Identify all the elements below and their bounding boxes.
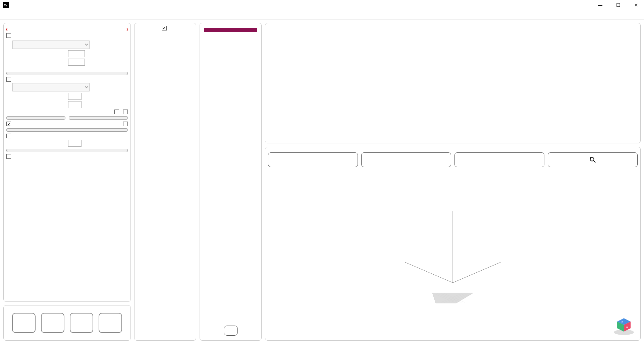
ml-panel: B R (265, 147, 641, 341)
show-on-pcp-button[interactable] (69, 116, 128, 120)
uml-checkbox[interactable] (6, 77, 11, 82)
ml-3d-viewport[interactable] (265, 167, 640, 337)
run-pcp-button[interactable] (6, 72, 128, 75)
show-all-button[interactable] (454, 152, 544, 167)
control-panel (3, 23, 131, 302)
generations-checkbox[interactable] (6, 134, 11, 138)
svg-text:B: B (622, 321, 623, 324)
maximize-button[interactable]: ☐ (613, 2, 623, 8)
pcp-chart-panel (265, 23, 641, 143)
num-clusters-input[interactable] (68, 101, 82, 108)
uml-algo-select[interactable] (12, 83, 90, 91)
show-3d-button[interactable] (268, 152, 358, 167)
uml-run-button[interactable] (6, 116, 65, 120)
view-cube-icon[interactable]: B R (612, 316, 636, 336)
app-logo-icon: W (3, 2, 9, 8)
pareto-solutions-checkbox[interactable] (6, 122, 11, 126)
svg-text:R: R (626, 326, 628, 329)
analysis-method-select[interactable] (12, 41, 90, 49)
clear-button[interactable] (70, 313, 93, 333)
close-button[interactable]: ✕ (631, 2, 641, 8)
null-pool-checkbox[interactable] (6, 154, 11, 159)
window-controls: — ☐ ✕ (595, 2, 641, 8)
pareto-all-checkbox[interactable] (123, 110, 128, 114)
pareto-front-panel (134, 23, 196, 341)
export-list-panel (200, 23, 262, 341)
show-pareto-button[interactable] (6, 128, 128, 132)
titlebar: W — ☐ ✕ (0, 0, 644, 10)
add-button[interactable] (41, 313, 64, 333)
fitness-objective-input[interactable] (68, 50, 85, 57)
export-list (203, 34, 259, 326)
svg-marker-6 (432, 293, 473, 303)
gen-to-cluster-input[interactable] (68, 93, 82, 100)
bottom-actions-panel (3, 305, 131, 341)
stop-export-button[interactable] (224, 326, 238, 336)
show-generation-button[interactable] (6, 149, 128, 152)
pareto-list (137, 32, 193, 338)
magnify-icon (589, 156, 596, 163)
export-progress-bar (204, 28, 257, 32)
generations-header (6, 134, 128, 138)
pcp-settings-header (6, 33, 128, 38)
main-tabs (0, 10, 644, 19)
show-dendrogram-button[interactable] (361, 152, 451, 167)
pareto-list-master-checkbox[interactable] (162, 26, 167, 30)
svg-line-4 (405, 262, 453, 283)
pcp-chart[interactable] (268, 26, 638, 126)
null-pool-header (6, 154, 128, 159)
select-ranking-input[interactable] (68, 59, 85, 66)
draw-pcp-button[interactable] (6, 28, 128, 31)
export-button[interactable] (99, 313, 122, 333)
pareto-solutions-all-checkbox[interactable] (123, 122, 128, 126)
pareto-gen-checkbox[interactable] (114, 110, 119, 114)
uml-header (6, 77, 128, 82)
generation-input[interactable] (68, 140, 82, 147)
pareto-solutions-header (6, 122, 128, 126)
zoom-button[interactable] (548, 152, 638, 167)
pcp-settings-checkbox[interactable] (6, 33, 11, 38)
svg-line-1 (594, 161, 596, 163)
snap-button[interactable] (12, 313, 36, 333)
minimize-button[interactable]: — (595, 2, 605, 8)
svg-line-5 (453, 262, 500, 283)
